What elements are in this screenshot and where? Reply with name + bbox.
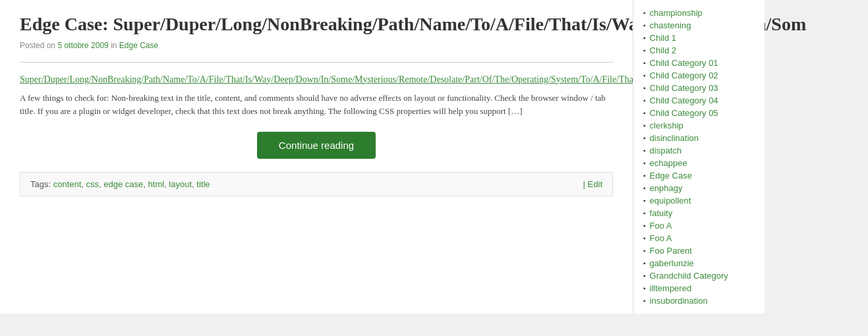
tag-css[interactable]: css <box>86 179 100 189</box>
sidebar-item-link[interactable]: disinclination <box>650 133 699 143</box>
list-item: insubordination <box>643 294 755 307</box>
list-item: equipollent <box>643 194 755 207</box>
tag-layout[interactable]: layout <box>169 179 192 189</box>
list-item: Child Category 02 <box>643 69 755 82</box>
sidebar-item-link[interactable]: dispatch <box>650 146 681 155</box>
posted-on-label: Posted on <box>20 41 55 50</box>
tag-content[interactable]: content <box>53 179 82 189</box>
sidebar-item-link[interactable]: clerkship <box>650 121 683 130</box>
list-item: Grandchild Category <box>643 269 755 282</box>
post-date-link[interactable]: 5 ottobre 2009 <box>57 41 108 50</box>
meta-in-word: in <box>111 41 117 50</box>
sidebar-item-link[interactable]: Child 1 <box>650 33 676 43</box>
sidebar-item-link[interactable]: illtempered <box>650 283 692 293</box>
tag-title[interactable]: title <box>196 179 210 189</box>
sidebar-item-link[interactable]: enphagy <box>650 183 683 193</box>
sidebar-item-link[interactable]: Child Category 05 <box>650 108 718 118</box>
list-item: dispatch <box>643 144 755 157</box>
sidebar-item-link[interactable]: equipollent <box>650 196 691 206</box>
sidebar-item-link[interactable]: chastening <box>650 20 691 30</box>
list-item: clerkship <box>643 119 755 132</box>
post-url[interactable]: Super/Duper/Long/NonBreaking/Path/Name/T… <box>20 74 613 85</box>
sidebar-item-link[interactable]: Child 2 <box>650 45 676 55</box>
sidebar-item-link[interactable]: championship <box>650 8 703 18</box>
sidebar-item-link[interactable]: insubordination <box>650 296 708 306</box>
sidebar-item-link[interactable]: echappee <box>650 158 687 168</box>
list-item: gaberlunzie <box>643 257 755 269</box>
tag-edge-case[interactable]: edge case <box>103 179 143 189</box>
sidebar-item-link[interactable]: Child Category 02 <box>650 70 718 80</box>
list-item: enphagy <box>643 182 755 194</box>
list-item: Child Category 03 <box>643 82 755 94</box>
list-item: Child Category 01 <box>643 57 755 69</box>
edit-link[interactable]: | Edit <box>583 179 602 189</box>
tags-content: Tags: content, css, edge case, html, lay… <box>30 179 210 189</box>
post-meta: Posted on 5 ottobre 2009 in Edge Case <box>20 41 613 50</box>
sidebar-item-link[interactable]: Child Category 03 <box>650 83 718 93</box>
post-title: Edge Case: Super/Duper/Long/NonBreaking/… <box>20 13 613 36</box>
list-item: Foo A <box>643 219 755 232</box>
post-tags-bar: Tags: content, css, edge case, html, lay… <box>20 172 613 196</box>
sidebar-item-link[interactable]: Grandchild Category <box>650 271 728 281</box>
list-item: Child Category 04 <box>643 94 755 107</box>
sidebar-item-link[interactable]: Edge Case <box>650 171 692 181</box>
list-item: Edge Case <box>643 169 755 182</box>
sidebar-item-link[interactable]: Foo A <box>650 233 672 243</box>
list-item: disinclination <box>643 132 755 144</box>
tag-html[interactable]: html <box>148 179 165 189</box>
sidebar-item-link[interactable]: fatuity <box>650 208 673 218</box>
list-item: Foo A <box>643 232 755 244</box>
sidebar: championshipchasteningChild 1Child 2Chil… <box>633 0 765 314</box>
sidebar-item-link[interactable]: Foo Parent <box>650 246 692 256</box>
post-excerpt: A few things to check for: Non-breaking … <box>20 92 613 119</box>
tags-label: Tags: <box>30 179 51 189</box>
main-content: Edge Case: Super/Duper/Long/NonBreaking/… <box>0 0 633 314</box>
sidebar-list: championshipchasteningChild 1Child 2Chil… <box>643 7 755 307</box>
post-category-link[interactable]: Edge Case <box>119 41 158 50</box>
list-item: championship <box>643 7 755 19</box>
list-item: fatuity <box>643 207 755 219</box>
sidebar-item-link[interactable]: Foo A <box>650 221 672 231</box>
list-item: Child Category 05 <box>643 107 755 119</box>
list-item: illtempered <box>643 282 755 294</box>
sidebar-item-link[interactable]: Child Category 04 <box>650 96 718 105</box>
list-item: Child 2 <box>643 44 755 57</box>
list-item: Child 1 <box>643 32 755 44</box>
post-divider <box>20 62 613 63</box>
continue-reading-button[interactable]: Continue reading <box>257 132 376 159</box>
list-item: echappee <box>643 157 755 169</box>
sidebar-item-link[interactable]: gaberlunzie <box>650 258 694 268</box>
list-item: chastening <box>643 19 755 32</box>
list-item: Foo Parent <box>643 244 755 257</box>
sidebar-item-link[interactable]: Child Category 01 <box>650 58 718 68</box>
